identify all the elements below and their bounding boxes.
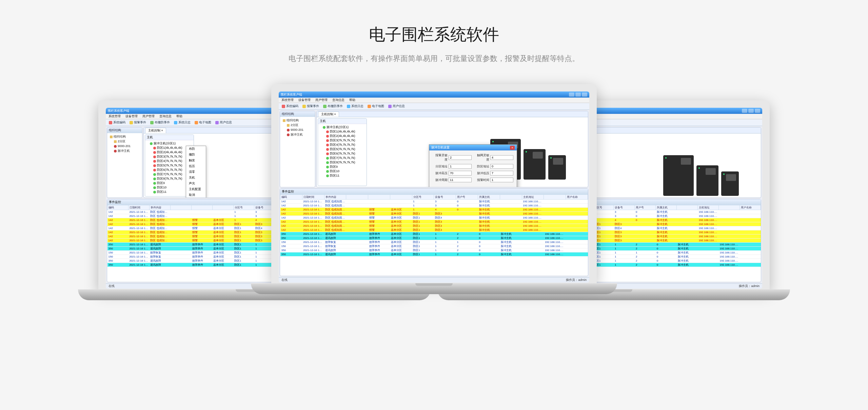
col-7[interactable]: 设备号 [434, 194, 456, 199]
menu-item-0[interactable]: 系统管理 [281, 98, 294, 102]
event-row-5[interactable]: 1422021-12-16 14:14:18:373防区 也或短路报警报警基本分… [280, 220, 588, 224]
ctx-item-2[interactable]: 触发 [186, 158, 206, 163]
col-10[interactable] [677, 205, 698, 210]
zone-tree[interactable]: 脉冲主机(分区1)防区1(4k,4k,4k,4k)防区2(4k,4k,4k,4k… [145, 140, 194, 195]
zone-node-7[interactable]: 防区7(7k,7k,7k,7k) [319, 156, 365, 160]
col-1[interactable]: 日期时间 [302, 194, 324, 199]
event-row-12[interactable]: 3502021-12-16 11:34:20:358通讯故障故障事件基本分区防区… [280, 248, 588, 252]
ctx-item-1[interactable]: 撤防 [186, 152, 206, 158]
field-input-0-1[interactable] [490, 155, 513, 160]
col-10[interactable] [500, 194, 522, 199]
event-row-13[interactable]: 3502021-12-16 11:34:20:356通讯故障故障事件基本分区防区… [280, 252, 588, 256]
menu-item-1[interactable]: 设备管理 [298, 98, 311, 102]
event-row-4[interactable]: 1422021-12-16 14:14:25:700防区 也或短路恢复报警基本分… [280, 216, 588, 220]
tree-node-1[interactable]: 2分区 [108, 139, 141, 144]
field-input-0-0[interactable] [449, 155, 472, 160]
col-2[interactable]: 事件内容 [149, 205, 170, 210]
col-13[interactable]: 用户名称 [739, 205, 761, 210]
menu-item-4[interactable]: 帮助 [349, 98, 355, 102]
menu-item-3[interactable]: 查询信息 [332, 98, 344, 102]
col-0[interactable]: 编码 [280, 194, 302, 199]
zone-tree[interactable]: 脉冲主机(分区1)防区1(4k,4k,4k,4k)防区2(4k,4k,4k,4k… [318, 124, 367, 179]
field-input-1-0[interactable] [449, 164, 472, 169]
col-7[interactable]: 设备号 [614, 205, 635, 210]
col-6[interactable]: 分区号 [412, 194, 434, 199]
event-row-6[interactable]: 1422021-12-16 14:14:15:375防区 也或短路报警报警基本分… [280, 224, 588, 228]
zone-node-1[interactable]: 防区1(4k,4k,4k,4k) [319, 129, 365, 134]
ctx-item-5[interactable]: 关机 [186, 175, 206, 181]
tool-4[interactable]: 电子地图 [367, 104, 385, 109]
tool-1[interactable]: 报警事件 [129, 120, 147, 125]
event-row-9[interactable]: 3502021-12-16 13:52:41:509通讯故障故障事件基本分区防区… [280, 236, 588, 240]
zone-node-11[interactable]: 防区11 [319, 173, 365, 178]
col-2[interactable]: 事件内容 [324, 194, 346, 199]
ctx-item-6[interactable]: 声光 [186, 181, 206, 186]
event-row-10[interactable]: 1502021-12-16 11:37:57:319故障恢复故障事件基本分区防区… [280, 240, 588, 244]
tree-node-2[interactable]: 9000-201 [281, 127, 314, 132]
maximize-icon[interactable] [748, 109, 754, 113]
tree-node-2[interactable]: 9000-201 [108, 144, 141, 148]
tree-node-3[interactable]: 脉冲主机 [281, 132, 314, 137]
col-9[interactable]: 所属主机 [656, 205, 677, 210]
col-0[interactable]: 编码 [107, 205, 129, 210]
event-row-3[interactable]: 1422021-12-16 14:14:31:018防区 也或短路报警报警基本分… [280, 211, 588, 216]
zone-node-2[interactable]: 防区2(4k,4k,4k,4k) [146, 150, 192, 155]
menu-item-0[interactable]: 系统管理 [108, 114, 121, 119]
col-1[interactable]: 日期时间 [128, 205, 149, 210]
tool-3[interactable]: 系统日志 [173, 120, 192, 125]
col-11[interactable]: 主机地址 [698, 205, 719, 210]
zone-node-2[interactable]: 防区2(4k,4k,4k,4k) [319, 134, 365, 138]
col-6[interactable]: 分区号 [233, 205, 254, 210]
event-row-7[interactable]: 1422021-12-16 14:14:08:871防区 也或短路报警报警基本分… [280, 228, 588, 232]
menu-item-2[interactable]: 用户管理 [315, 98, 328, 102]
menu-item-3[interactable]: 查询信息 [159, 114, 172, 119]
close-icon[interactable] [582, 93, 587, 97]
zone-node-7[interactable]: 防区7(7k,7k,7k,7k) [146, 172, 192, 177]
ctx-item-3[interactable]: 低压 [186, 163, 206, 169]
zone-node-11[interactable]: 防区11 [146, 190, 192, 194]
tab-host-control[interactable]: 主机控制 × [318, 111, 339, 117]
tool-2[interactable]: 布撤防事件 [322, 104, 344, 109]
zone-node-6[interactable]: 防区6(7k,7k,7k,7k) [319, 151, 365, 156]
col-8[interactable]: 用户号 [635, 205, 656, 210]
event-row-2[interactable]: 1422021-12-16 14:14:34:216防区 也或短路报警报警基本分… [280, 207, 588, 211]
tree-node-0[interactable]: 组织结构 [281, 118, 314, 123]
tool-5[interactable]: 用户信息 [214, 120, 233, 125]
org-tree[interactable]: 组织结构2分区9000-201脉冲主机 [107, 133, 142, 154]
col-8[interactable]: 用户号 [456, 194, 478, 199]
maximize-icon[interactable] [575, 93, 581, 97]
tool-3[interactable]: 系统日志 [346, 104, 364, 109]
zone-node-6[interactable]: 防区6(7k,7k,7k,7k) [146, 168, 192, 172]
col-3[interactable] [346, 194, 368, 199]
col-9[interactable]: 所属主机 [478, 194, 500, 199]
field-input-2-1[interactable] [490, 171, 513, 176]
close-icon[interactable] [755, 109, 760, 113]
event-row-0[interactable]: 1422021-12-16 14:14:43:704防区 也或短路恢复130脉冲… [280, 199, 588, 203]
tree-node-3[interactable]: 脉冲主机 [108, 148, 141, 153]
col-4[interactable] [368, 194, 390, 199]
zone-node-8[interactable]: 防区8(7k,7k,7k,7k) [319, 160, 365, 165]
field-input-3-1[interactable] [490, 178, 513, 182]
col-12[interactable] [719, 205, 740, 210]
col-3[interactable] [170, 205, 191, 210]
tool-0[interactable]: 系统编码 [108, 120, 126, 125]
tool-1[interactable]: 报警事件 [301, 104, 320, 109]
menu-item-4[interactable]: 帮助 [176, 114, 182, 119]
zone-node-0[interactable]: 脉冲主机(分区1) [319, 125, 365, 129]
ctx-item-7[interactable]: 主机配置 [186, 186, 206, 192]
zone-node-1[interactable]: 防区1(4k,4k,4k,4k) [146, 146, 192, 150]
zone-node-8[interactable]: 防区8(7k,7k,7k,7k) [146, 177, 192, 181]
zone-node-4[interactable]: 防区4(7k,7k,7k,7k) [319, 143, 365, 147]
zone-node-0[interactable]: 脉冲主机(分区1) [146, 141, 192, 146]
event-row-8[interactable]: 3502021-12-16 13:52:41:509通讯故障故障事件基本分区防区… [280, 232, 588, 236]
event-row-11[interactable]: 1502021-12-16 11:37:57:159故障恢复故障事件基本分区防区… [280, 244, 588, 248]
menu-item-2[interactable]: 用户管理 [142, 114, 155, 119]
col-13[interactable]: 用户名称 [566, 194, 588, 199]
zone-node-3[interactable]: 防区3(7k,7k,7k,7k) [319, 138, 365, 143]
tree-node-1[interactable]: 2分区 [281, 123, 314, 127]
zone-node-10[interactable]: 防区10 [146, 185, 192, 190]
col-12[interactable] [544, 194, 566, 199]
col-11[interactable]: 主机地址 [522, 194, 544, 199]
ctx-item-8[interactable]: 取消 [186, 192, 206, 198]
zone-node-9[interactable]: 防区9 [146, 181, 192, 185]
